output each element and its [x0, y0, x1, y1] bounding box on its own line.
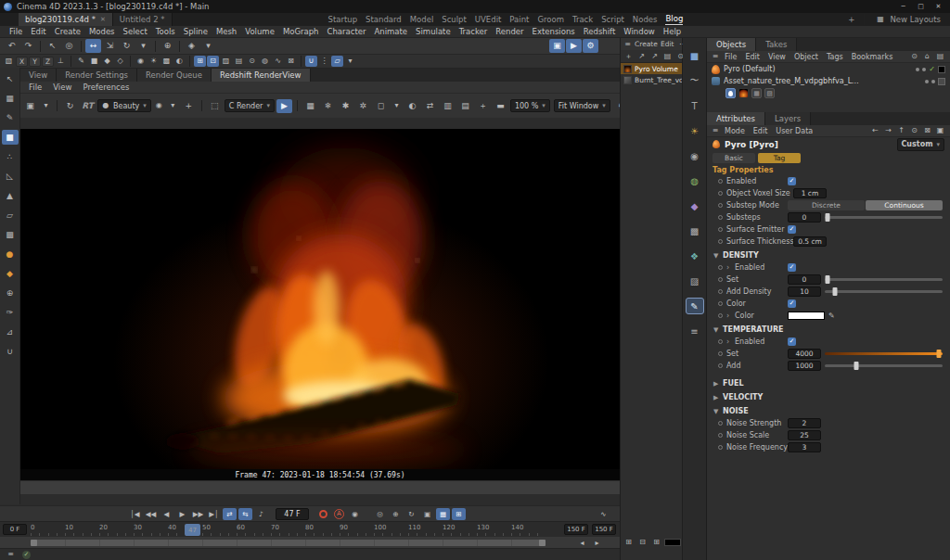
camera-icon[interactable]: ◉ — [135, 56, 147, 67]
layout-tab[interactable]: Nodes — [633, 15, 658, 24]
menu-item[interactable]: Simulate — [412, 27, 455, 36]
document-tab[interactable]: blog230119.c4d * ✕ — [19, 13, 113, 26]
scale-tool-icon[interactable]: ⇲ — [102, 39, 118, 53]
save-dropdown-icon[interactable]: ▾ — [40, 100, 52, 111]
menu-item[interactable]: Tools — [152, 27, 179, 36]
axis-mode-icon[interactable]: ⊕ — [2, 286, 19, 300]
substeps-field[interactable]: 0 — [788, 212, 821, 223]
layout-tab[interactable]: Paint — [509, 15, 529, 24]
anim-dot-icon[interactable] — [718, 421, 723, 426]
hamburger-icon[interactable]: ≡ — [711, 51, 720, 62]
viewer-tab[interactable]: View — [20, 69, 57, 82]
play-range-icon[interactable]: ⇆ — [238, 508, 252, 520]
anim-dot-icon[interactable] — [718, 351, 723, 356]
slider-handle[interactable] — [825, 275, 829, 284]
coordinate-system-icon[interactable]: ⊕ — [160, 39, 175, 53]
mograph-icon[interactable]: ▤ — [233, 56, 245, 67]
script-palette-icon[interactable]: ≡ — [686, 323, 704, 339]
add-density-slider[interactable] — [825, 290, 943, 293]
add-icon[interactable]: ＋ — [623, 51, 635, 62]
viewer-tab[interactable]: Redshift RenderView — [212, 69, 311, 82]
layout-tab[interactable]: Startup — [328, 15, 358, 24]
mini-menu-edit[interactable]: Edit — [661, 40, 674, 48]
anim-dot-icon[interactable] — [718, 363, 723, 368]
axis-lock-icon[interactable]: ⊥ — [55, 56, 67, 67]
home-icon[interactable]: ⌂ — [921, 51, 933, 62]
phong-tag-icon[interactable] — [938, 78, 945, 85]
mini-list-item[interactable]: Burnt_Tree_vdpgbhfva — [621, 74, 682, 85]
substep-discrete-button[interactable]: Discrete — [788, 200, 865, 210]
model-mode-icon[interactable]: ■ — [2, 130, 19, 145]
layout-tab[interactable]: Script — [601, 15, 624, 24]
anim-dot-icon[interactable] — [718, 445, 723, 450]
rotate-tool-icon[interactable]: ↻ — [119, 39, 135, 53]
temperature-set-field[interactable]: 4000 — [788, 349, 821, 359]
noise-section-header[interactable]: ▼NOISE — [707, 405, 950, 417]
om-menu-item[interactable]: Bookmarks — [848, 53, 897, 61]
new-layouts-button[interactable]: ▦New Layouts — [874, 14, 941, 25]
texture-mode-icon[interactable]: ▩ — [2, 227, 19, 242]
deformer-icon[interactable]: ◇ — [114, 56, 126, 67]
panel-tab[interactable]: Takes — [756, 38, 797, 51]
preview-range-bar[interactable]: ◂ ▸ — [0, 536, 620, 548]
keying-settings-icon[interactable]: ⊞ — [452, 508, 466, 520]
density-section-header[interactable]: ▼DENSITY — [707, 249, 950, 261]
om-menu-item[interactable]: File — [721, 53, 740, 61]
viewer-tab[interactable]: Render Settings — [57, 69, 137, 82]
key-pla-icon[interactable]: ▦ — [436, 508, 450, 520]
point-mode-icon[interactable]: ∴ — [2, 149, 19, 164]
save-image-icon[interactable]: ▣ — [22, 99, 38, 113]
anim-dot-icon[interactable] — [718, 191, 723, 196]
text-tool-icon[interactable]: T — [686, 97, 704, 114]
layout-tab[interactable]: UVEdit — [475, 15, 502, 24]
clay-icon[interactable]: ✱ — [338, 99, 353, 113]
om-menu-item[interactable]: Tags — [823, 53, 847, 61]
key-parameter-icon[interactable]: ▣ — [420, 508, 434, 520]
panel-tab[interactable]: Layers — [765, 112, 811, 125]
timeline-ruler[interactable]: 0 F 0102030405060708090100110120130140 4… — [0, 521, 620, 536]
ab-compare-icon[interactable]: ◐ — [404, 99, 420, 113]
range-track[interactable] — [31, 540, 546, 546]
key-position-icon[interactable]: ◎ — [373, 508, 387, 520]
anim-dot-icon[interactable] — [718, 301, 723, 306]
temperature-set-slider[interactable] — [825, 352, 943, 355]
make-editable-icon[interactable]: ▧ — [3, 56, 15, 67]
enabled-checkbox[interactable]: ✓ — [788, 177, 796, 185]
noise-strength-field[interactable]: 2 — [788, 418, 821, 428]
panel-tab[interactable]: Objects — [707, 38, 756, 51]
material-icon[interactable]: ▩ — [160, 56, 173, 67]
status-menu-icon[interactable]: ≡ — [5, 549, 17, 560]
eyedropper-icon[interactable]: ✎ — [828, 312, 835, 320]
object-row[interactable]: Asset_nature_tree_M_vdpgbhfva_LOD0 — [707, 75, 950, 87]
polygon-mode-icon[interactable]: ▲ — [2, 188, 19, 203]
temperature-section-header[interactable]: ▼TEMPERATURE — [707, 324, 950, 336]
layout-grid3-icon[interactable]: ⊞ — [650, 537, 662, 548]
menu-item[interactable]: Edit — [27, 27, 49, 36]
axis-x-button[interactable]: X — [16, 57, 28, 67]
sound-icon[interactable]: ♪ — [254, 508, 268, 520]
select-arrow-icon[interactable]: ↖ — [45, 39, 60, 53]
anim-dot-icon[interactable] — [718, 239, 723, 244]
expander-icon[interactable]: › — [726, 263, 731, 272]
render-dot-icon[interactable] — [931, 80, 935, 83]
live-selection-icon[interactable]: ◎ — [61, 39, 77, 53]
camera-palette-icon[interactable]: ◉ — [686, 147, 704, 164]
snapshot-gallery-icon[interactable]: ▤ — [457, 99, 473, 113]
visibility-dot-icon[interactable] — [916, 68, 919, 71]
field-palette-icon[interactable]: ◍ — [686, 172, 704, 189]
timeline-end-field[interactable]: 150 F — [564, 524, 588, 535]
mograph-palette-icon[interactable]: ❖ — [686, 248, 704, 264]
render-mode-dropdown[interactable]: C Render▾ — [225, 99, 275, 112]
refresh-render-icon[interactable]: ↻ — [62, 99, 78, 113]
substep-continuous-button[interactable]: Continuous — [866, 200, 943, 210]
prev-frame-icon[interactable]: ◀ — [160, 508, 173, 520]
render-dot-icon[interactable] — [922, 68, 926, 71]
surface-thickness-field[interactable]: 0.5 cm — [793, 236, 827, 247]
volume-palette-icon[interactable]: ▨ — [686, 273, 704, 289]
menu-item[interactable]: Window — [620, 27, 659, 36]
lock-icon[interactable]: ⊠ — [921, 125, 933, 136]
layout-tab[interactable]: Blog — [665, 14, 683, 25]
quantize-icon[interactable]: ⋮ — [318, 56, 330, 67]
workplane-mode-icon[interactable]: ▱ — [2, 208, 19, 223]
snap-tool-icon[interactable]: ∪ — [2, 344, 19, 359]
